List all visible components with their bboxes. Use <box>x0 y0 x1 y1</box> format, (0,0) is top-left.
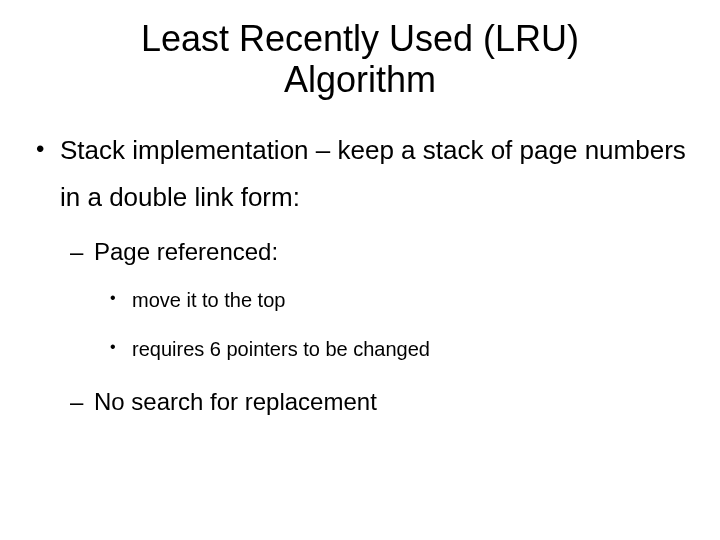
bullet-level1: Stack implementation – keep a stack of p… <box>30 127 690 221</box>
bullet-level3: requires 6 pointers to be changed <box>30 335 690 364</box>
bullet-level2: Page referenced: <box>30 234 690 270</box>
bullet-level2: No search for replacement <box>30 384 690 420</box>
slide-title: Least Recently Used (LRU) Algorithm <box>30 18 690 101</box>
bullet-level3: move it to the top <box>30 286 690 315</box>
